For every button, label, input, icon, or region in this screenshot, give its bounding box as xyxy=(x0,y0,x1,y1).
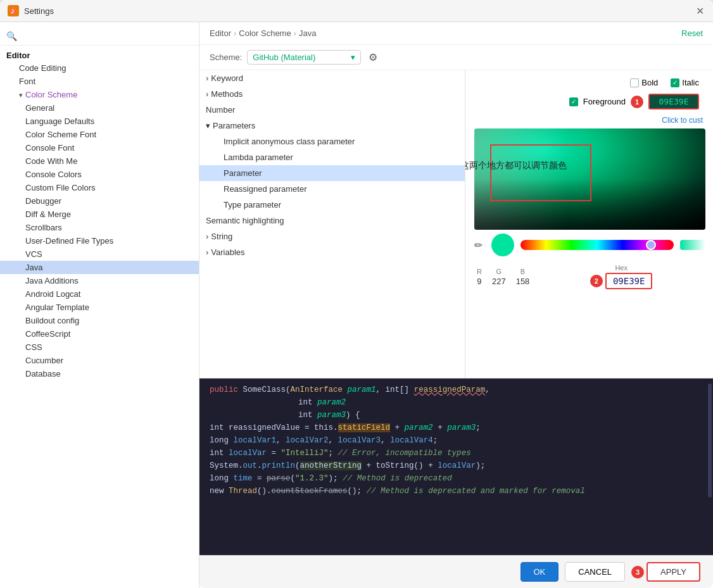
style-options-row: Bold ✓ Italic xyxy=(473,78,705,87)
color-gradient-area[interactable] xyxy=(474,128,705,230)
scheme-value: GitHub (Material) xyxy=(253,53,315,62)
badge-1: 1 xyxy=(631,96,643,108)
code-line-5: long localVar1, localVar2, localVar3, lo… xyxy=(210,434,703,447)
editor-section-header: Editor xyxy=(0,48,199,61)
b-label: B xyxy=(521,268,525,275)
sidebar-item-vcs[interactable]: VCS xyxy=(0,247,199,261)
svg-text:J: J xyxy=(11,8,14,15)
sidebar-item-font[interactable]: Font xyxy=(0,75,199,88)
scheme-dropdown[interactable]: GitHub (Material) ▾ xyxy=(247,50,361,65)
sidebar: 🔍 Editor Code Editing Font ▾Color Scheme… xyxy=(0,22,199,588)
r-value: 9 xyxy=(477,277,481,286)
sidebar-item-code-with-me[interactable]: Code With Me xyxy=(0,154,199,168)
foreground-checkbox[interactable]: ✓ xyxy=(569,97,578,106)
click-to-customize[interactable]: Click to cust xyxy=(473,116,705,125)
group-parameters[interactable]: ▾ Parameters xyxy=(199,118,465,134)
close-button[interactable]: ✕ xyxy=(694,5,705,16)
b-value-col: B 158 xyxy=(516,268,530,286)
hue-slider[interactable] xyxy=(521,240,674,250)
opacity-slider[interactable] xyxy=(680,240,705,250)
apply-group: 3 APPLY xyxy=(631,562,700,582)
sidebar-item-user-defined-file-types[interactable]: User-Defined File Types xyxy=(0,234,199,247)
code-line-6: int localVar = "IntelliJ"; // Error, inc… xyxy=(210,447,703,460)
settings-window: J Settings ✕ 🔍 Editor Code Editing Font … xyxy=(0,0,713,588)
sidebar-item-color-scheme-font[interactable]: Color Scheme Font xyxy=(0,128,199,141)
scheme-bar: Scheme: GitHub (Material) ▾ ⚙ xyxy=(199,45,713,70)
sidebar-item-custom-file-colors[interactable]: Custom File Colors xyxy=(0,181,199,194)
scheme-label: Scheme: xyxy=(210,53,242,62)
items-panel: › Keyword › Methods Number ▾ Parameters … xyxy=(199,70,465,378)
search-icon: 🔍 xyxy=(6,31,17,41)
r-label: R xyxy=(477,268,482,275)
code-preview: public SomeClass(AnInterface param1, int… xyxy=(199,378,713,555)
group-semantic[interactable]: Semantic highlighting xyxy=(199,213,465,228)
italic-label: Italic xyxy=(682,78,699,87)
cancel-button[interactable]: CANCEL xyxy=(565,562,625,582)
breadcrumb-java: Java xyxy=(299,28,316,38)
eyedropper-icon[interactable]: ✏ xyxy=(474,239,483,251)
item-reassigned-param[interactable]: Reassigned parameter xyxy=(199,181,465,197)
scheme-gear-button[interactable]: ⚙ xyxy=(366,51,380,65)
group-keyword[interactable]: › Keyword xyxy=(199,70,465,86)
expand-icon: › xyxy=(206,247,208,257)
titlebar: J Settings ✕ xyxy=(0,0,713,22)
item-parameter[interactable]: Parameter xyxy=(199,165,465,181)
sidebar-item-java[interactable]: Java xyxy=(0,261,199,274)
italic-checkbox[interactable]: ✓ xyxy=(671,78,679,87)
sidebar-item-language-defaults[interactable]: Language Defaults xyxy=(0,115,199,128)
expand-icon: › xyxy=(206,73,208,83)
g-value: 227 xyxy=(492,277,506,286)
ok-button[interactable]: OK xyxy=(521,562,559,582)
breadcrumb-color-scheme: Color Scheme xyxy=(239,28,291,38)
sidebar-item-console-colors[interactable]: Console Colors xyxy=(0,168,199,181)
item-type-param[interactable]: Type parameter xyxy=(199,197,465,213)
item-implicit-anon[interactable]: Implicit anonymous class parameter xyxy=(199,134,465,149)
sidebar-item-console-font[interactable]: Console Font xyxy=(0,141,199,154)
group-variables[interactable]: › Variables xyxy=(199,244,465,260)
sidebar-item-color-scheme[interactable]: ▾Color Scheme xyxy=(0,88,199,101)
foreground-label: Foreground xyxy=(583,97,626,106)
r-value-col: R 9 xyxy=(477,268,482,286)
sidebar-item-debugger[interactable]: Debugger xyxy=(0,194,199,208)
sidebar-item-java-additions[interactable]: Java Additions xyxy=(0,274,199,287)
group-string[interactable]: › String xyxy=(199,228,465,244)
g-label: G xyxy=(496,268,502,275)
apply-button[interactable]: APPLY xyxy=(647,562,700,582)
main-body: › Keyword › Methods Number ▾ Parameters … xyxy=(199,70,713,378)
sidebar-item-cucumber[interactable]: Cucumber xyxy=(0,354,199,367)
sidebar-item-buildout-config[interactable]: Buildout config xyxy=(0,314,199,327)
sidebar-item-angular-template[interactable]: Angular Template xyxy=(0,301,199,314)
group-methods[interactable]: › Methods xyxy=(199,86,465,102)
bold-checkbox[interactable] xyxy=(630,78,639,87)
app-icon: J xyxy=(8,5,19,16)
bold-option[interactable]: Bold xyxy=(630,78,658,87)
sidebar-item-coffeescript[interactable]: CoffeeScript xyxy=(0,327,199,341)
sidebar-item-code-editing[interactable]: Code Editing xyxy=(0,61,199,75)
sidebar-item-general[interactable]: General xyxy=(0,101,199,115)
search-input[interactable] xyxy=(21,32,192,41)
foreground-row: ✓ Foreground 1 09E39E xyxy=(473,94,705,109)
code-line-2: int param2 xyxy=(210,396,703,409)
sidebar-item-diff-merge[interactable]: Diff & Merge xyxy=(0,208,199,221)
group-number[interactable]: Number xyxy=(199,102,465,118)
reset-button[interactable]: Reset xyxy=(681,28,703,38)
sidebar-item-android-logcat[interactable]: Android Logcat xyxy=(0,287,199,301)
item-lambda-param[interactable]: Lambda parameter xyxy=(199,149,465,165)
code-line-3: int param3) { xyxy=(210,409,703,422)
italic-option[interactable]: ✓ Italic xyxy=(671,78,699,87)
expand-icon: › xyxy=(206,89,208,99)
scrollbar-vertical[interactable] xyxy=(708,384,712,497)
hue-handle[interactable] xyxy=(646,240,656,250)
sidebar-item-css[interactable]: CSS xyxy=(0,341,199,354)
chevron-down-icon: ▾ xyxy=(351,53,355,62)
main-panel: Editor › Color Scheme › Java Reset Schem… xyxy=(199,22,713,588)
search-bar: 🔍 xyxy=(0,27,199,46)
code-line-1: public SomeClass(AnInterface param1, int… xyxy=(210,384,703,396)
sidebar-item-scrollbars[interactable]: Scrollbars xyxy=(0,221,199,234)
code-line-7: System.out.println(anotherString + toStr… xyxy=(210,460,703,472)
hex-input[interactable]: 09E39E xyxy=(605,273,653,289)
expand-icon: ▾ xyxy=(19,91,23,99)
sidebar-item-database[interactable]: Database xyxy=(0,367,199,380)
hex-color-top[interactable]: 09E39E xyxy=(648,94,699,109)
window-title: Settings xyxy=(24,6,689,16)
